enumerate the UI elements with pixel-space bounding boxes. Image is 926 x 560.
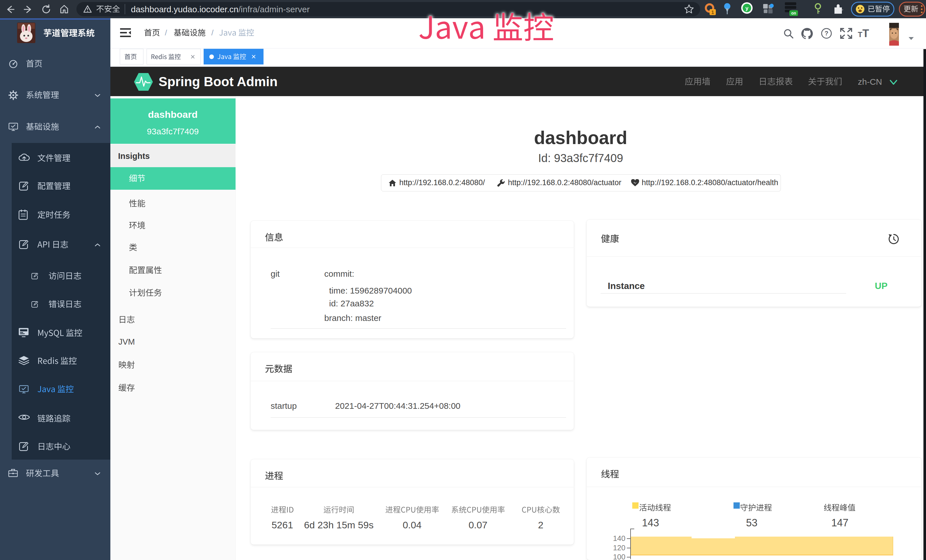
svg-text:1: 1 (711, 10, 714, 15)
svg-text:?: ? (825, 30, 828, 37)
svg-text:on: on (791, 11, 796, 15)
svg-text:y: y (746, 5, 749, 11)
